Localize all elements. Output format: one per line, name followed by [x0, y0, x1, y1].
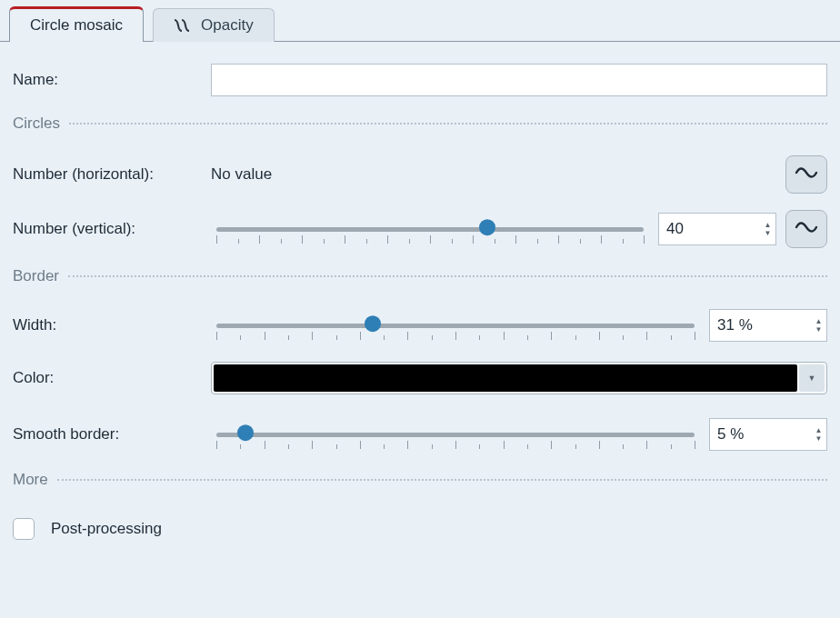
color-picker[interactable]: ▼: [211, 362, 827, 394]
spinner-arrows[interactable]: ▲▼: [811, 419, 826, 450]
section-divider: [57, 479, 827, 481]
tab-circle-mosaic[interactable]: Circle mosaic: [9, 6, 144, 42]
tab-label: Opacity: [201, 16, 254, 35]
number-vertical-slider[interactable]: [211, 213, 649, 245]
tab-opacity[interactable]: Opacity: [153, 8, 275, 42]
number-vertical-label: Number (vertical):: [13, 220, 204, 238]
section-divider: [68, 275, 827, 277]
section-divider: [69, 123, 827, 125]
width-slider[interactable]: [211, 309, 700, 342]
number-vertical-row: Number (vertical): ▲▼: [13, 207, 827, 251]
width-label: Width:: [13, 316, 204, 334]
section-border: Border: [13, 267, 827, 285]
chevron-down-icon[interactable]: ▼: [815, 434, 823, 443]
number-vertical-input[interactable]: [659, 214, 760, 244]
number-horizontal-keyframe-button[interactable]: [785, 155, 827, 194]
tab-bar: Circle mosaic Opacity: [0, 0, 840, 42]
transitions-icon: [174, 18, 194, 33]
color-row: Color: ▼: [13, 356, 827, 400]
smooth-border-input[interactable]: [710, 419, 811, 450]
name-input[interactable]: [211, 64, 827, 96]
wave-icon: [795, 164, 818, 185]
smooth-border-row: Smooth border: ▲▼: [13, 413, 827, 456]
chevron-down-icon[interactable]: ▼: [765, 229, 772, 237]
name-label: Name:: [13, 71, 204, 89]
color-label: Color:: [13, 369, 204, 387]
smooth-border-spinner[interactable]: ▲▼: [709, 418, 827, 451]
section-label: Border: [13, 267, 59, 285]
number-horizontal-value: No value: [211, 165, 272, 184]
width-input[interactable]: [710, 310, 811, 341]
spinner-arrows[interactable]: ▲▼: [811, 310, 826, 341]
width-spinner[interactable]: ▲▼: [709, 309, 827, 342]
post-processing-label: Post-processing: [51, 520, 162, 538]
post-processing-checkbox[interactable]: [13, 518, 35, 540]
width-row: Width: ▲▼: [13, 304, 827, 347]
color-swatch[interactable]: [214, 364, 797, 392]
smooth-border-slider[interactable]: [211, 418, 700, 451]
wave-icon: [795, 219, 818, 240]
section-circles: Circles: [13, 115, 827, 133]
section-label: More: [13, 471, 48, 489]
tab-label: Circle mosaic: [30, 16, 123, 35]
post-processing-row: Post-processing: [13, 507, 827, 551]
chevron-up-icon[interactable]: ▲: [765, 221, 772, 229]
section-more: More: [13, 471, 827, 489]
spinner-arrows[interactable]: ▲▼: [760, 214, 775, 244]
chevron-down-icon: ▼: [808, 374, 816, 383]
smooth-border-label: Smooth border:: [13, 425, 204, 444]
panel: Name: Circles Number (horizontal): No va…: [0, 42, 840, 551]
chevron-up-icon[interactable]: ▲: [815, 317, 823, 325]
color-dropdown-button[interactable]: ▼: [799, 364, 825, 392]
number-vertical-spinner[interactable]: ▲▼: [658, 213, 776, 245]
chevron-down-icon[interactable]: ▼: [815, 325, 823, 334]
chevron-up-icon[interactable]: ▲: [815, 426, 823, 434]
section-label: Circles: [13, 115, 60, 133]
name-row: Name:: [13, 58, 827, 102]
number-vertical-keyframe-button[interactable]: [785, 210, 827, 248]
number-horizontal-label: Number (horizontal):: [13, 165, 204, 184]
number-horizontal-row: Number (horizontal): No value: [13, 153, 827, 196]
